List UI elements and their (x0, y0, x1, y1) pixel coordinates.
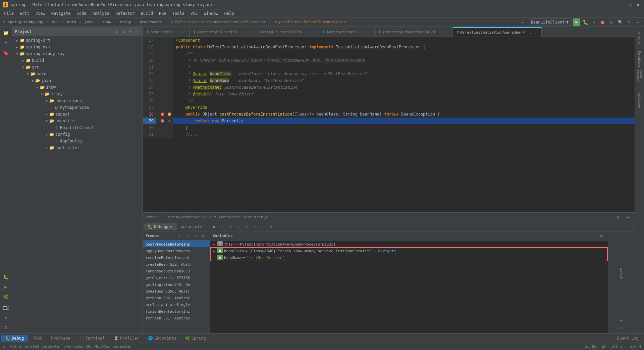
expand-watch-button[interactable]: » (618, 324, 625, 332)
frame-item-2[interactable]: resolveBeforeInstant (143, 254, 210, 261)
tree-item-mymapperscan[interactable]: ▶ @ MyMapperScan (12, 104, 143, 111)
aicooder-icon[interactable]: aiXcoder (636, 91, 644, 111)
tab-abstractbeanf[interactable]: C AbstractBeanFa... ✕ (319, 27, 375, 37)
tree-item-spring-study-kay[interactable]: ▼ 📂 spring-study-kay (12, 50, 143, 57)
frame-item-6[interactable]: getSingleton:243, De (143, 281, 210, 288)
tab-mytestinstantiation[interactable]: C MyTestInstantiationAwareBeanP... ✕ (453, 27, 542, 37)
resume-button[interactable]: ▶ (211, 223, 218, 230)
tree-item-show[interactable]: ▼ 📂 show (12, 84, 143, 91)
status-encoding[interactable]: UTF-8 (611, 344, 623, 349)
tree-item-appconfig[interactable]: ▶ C AppConfig (12, 138, 143, 144)
settings-nav-button[interactable]: ⚙ (625, 18, 633, 26)
sidebar-expand-icon[interactable]: ⊞ (114, 29, 120, 34)
debugger-tab[interactable]: 🐛 Debugger (144, 223, 177, 230)
breakpoint-29[interactable] (161, 119, 164, 123)
fold-icon-19[interactable]: ⋯ (161, 52, 163, 56)
status-line-ending[interactable]: LF (602, 344, 606, 349)
favorites-icon[interactable]: ★ (1, 312, 11, 322)
frame-item-4[interactable]: lambda$doGetBean$0:3 (143, 267, 210, 274)
frame-item-3[interactable]: createBean:532, Abstr (143, 261, 210, 267)
var-arrow-beanclass[interactable]: ▶ (213, 248, 217, 255)
bottom-tab-endpoints[interactable]: 🌐 Endpoints (144, 335, 180, 342)
tree-item-config[interactable]: ▼ 📂 config (12, 131, 143, 138)
code-editor[interactable]: 17 18 19 20 21 22 23 24 25 26 27 28 29 3… (143, 37, 635, 212)
tree-item-src[interactable]: ▼ 📂 src (12, 64, 143, 71)
step-over-button[interactable]: ↷ (219, 223, 226, 230)
maximize-button[interactable]: ❐ (629, 2, 634, 7)
frame-item-0[interactable]: postProcessBeforeIns (143, 240, 210, 247)
sidebar-settings-icon[interactable]: ⚙ (128, 29, 133, 34)
frames-up-button[interactable]: ↑ (183, 232, 191, 239)
database-icon[interactable]: Database (636, 49, 644, 69)
menu-window[interactable]: Window (201, 10, 221, 16)
status-indentation[interactable]: Tab✕ 4 (628, 344, 641, 349)
coverage-button[interactable]: ☂ (590, 18, 598, 26)
menu-analyze[interactable]: Analyze (90, 10, 112, 16)
menu-vcs[interactable]: VCS (188, 10, 201, 16)
bottom-tab-todo[interactable]: TODO (29, 335, 46, 342)
step-into-button[interactable]: ↓ (227, 223, 234, 230)
bottom-tab-terminal[interactable]: ⬛ Terminal (75, 335, 109, 342)
frames-down-button[interactable]: ↓ (192, 232, 199, 239)
menu-view[interactable]: View (33, 10, 48, 16)
debug-sidebar-icon[interactable]: 🐛 (1, 272, 11, 281)
bottom-tab-profiler[interactable]: ⌛ Profiler (110, 335, 144, 342)
frame-item-10[interactable]: finishBeanFactoryIni (143, 308, 210, 314)
tree-item-java[interactable]: ▼ 📂 java (12, 77, 143, 84)
variables-sort-button[interactable]: ⊞ (598, 232, 605, 239)
console-tab[interactable]: ▤ Console (178, 223, 206, 230)
step-out-button[interactable]: ↑ (243, 223, 251, 230)
nav-forward-button[interactable]: ⟶ (634, 18, 641, 26)
menu-build[interactable]: Build (138, 10, 156, 16)
var-arrow-this[interactable]: ▶ (213, 241, 217, 248)
project-icon[interactable]: 📁 (1, 28, 11, 38)
tree-item-annotations[interactable]: ▼ 📂 annotations (12, 97, 143, 104)
gradle-icon[interactable]: Gradle (636, 28, 644, 48)
settings-icon[interactable]: ⚙ (1, 322, 11, 332)
tab-abstractapp[interactable]: C AbstractApplicatio... ✕ (190, 27, 255, 37)
force-step-into-button[interactable]: ⇓ (235, 223, 243, 230)
nav-back-button[interactable]: ⟵ (519, 18, 527, 26)
json-parser-icon[interactable]: Json Parser (636, 70, 644, 90)
bottom-tab-debug[interactable]: 🐛 Debug (1, 335, 28, 342)
bottom-tab-problems[interactable]: Problems (47, 335, 74, 342)
structure-icon[interactable]: ≡ (1, 38, 11, 48)
run-button[interactable]: ▶ (573, 18, 580, 26)
tree-item-aspect[interactable]: ▶ 📁 aspect (12, 111, 143, 118)
frame-item-11[interactable]: refresh:561, Abstrac (143, 314, 210, 321)
close-button[interactable]: ✕ (637, 2, 641, 7)
run-sidebar-icon[interactable]: ▶ (1, 282, 11, 292)
tab-close-mytestinstantiation[interactable]: ✕ (533, 30, 537, 35)
run-to-cursor-button[interactable]: ↪ (251, 223, 259, 230)
menu-edit[interactable]: Edit (17, 10, 32, 16)
bookmark-icon[interactable]: 🔖 (1, 48, 11, 58)
frame-item-8[interactable]: getBean:236, Abstrac (143, 294, 210, 301)
frames-options-button[interactable]: ≡ (200, 232, 207, 239)
tab-beanlifeclient[interactable]: C BeanLifeCl... ✕ (143, 27, 190, 37)
sync-button[interactable]: ↻ (608, 18, 615, 26)
tab-close-abstractapp[interactable]: ✕ (245, 30, 250, 34)
debug-session-close[interactable]: ✕ (272, 215, 277, 220)
menu-tools[interactable]: Tools (170, 10, 187, 16)
tab-close-abstractbeanf[interactable]: ✕ (366, 30, 370, 34)
menu-help[interactable]: Help (222, 10, 237, 16)
frame-item-5[interactable]: getObject:-1, 673186 (143, 274, 210, 281)
menu-code[interactable]: Code (74, 10, 89, 16)
frame-item-7[interactable]: doGetBean:356, Abstr (143, 288, 210, 294)
breakpoint-28[interactable] (161, 113, 164, 116)
menu-file[interactable]: File (1, 10, 16, 16)
tree-item-build[interactable]: ▶ 📁 build (12, 57, 143, 64)
tab-close-defaultlistable[interactable]: ✕ (310, 30, 315, 34)
tree-item-controller[interactable]: ▶ 📁 controller (12, 144, 143, 151)
event-log-tab[interactable]: Event Log (613, 335, 643, 342)
minimize-button[interactable]: — (622, 2, 627, 7)
frame-item-9[interactable]: preInstantiateSingle (143, 301, 210, 308)
add-watch-button[interactable]: + (618, 317, 625, 324)
sidebar-gear-icon[interactable]: — (135, 29, 140, 34)
tree-item-main[interactable]: ▼ 📂 main (12, 71, 143, 77)
evaluate-button[interactable]: ✦ (259, 223, 267, 230)
menu-refactor[interactable]: Refactor (113, 10, 138, 16)
tree-item-spring-orm[interactable]: ▶ 📁 spring-orm (12, 37, 143, 44)
tree-item-beanlifeclient[interactable]: ▶ C BeanLifeClient (12, 124, 143, 131)
menu-navigate[interactable]: Navigate (49, 10, 73, 16)
